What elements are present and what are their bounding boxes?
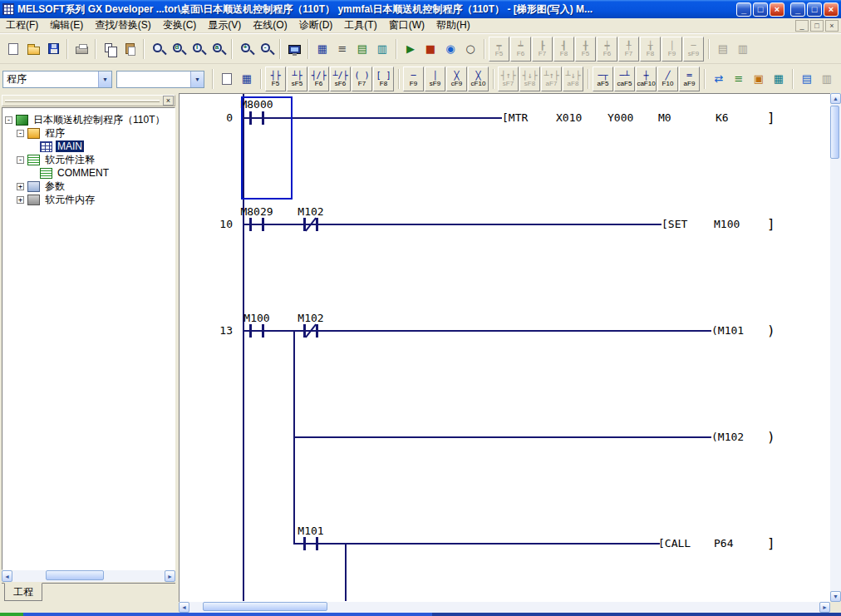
find-replace-button[interactable] <box>208 38 228 60</box>
maximize-button[interactable]: □ <box>807 2 822 17</box>
menu-diagnostics[interactable]: 诊断(D) <box>293 17 339 33</box>
scroll-up-icon[interactable]: ▲ <box>830 93 841 104</box>
menu-find-replace[interactable]: 查找/替换(S) <box>89 17 156 33</box>
find-device-button[interactable] <box>168 38 188 60</box>
close-button[interactable]: × <box>824 2 839 17</box>
tree-horizontal-scrollbar[interactable]: ◄ ► <box>2 570 175 582</box>
device-test-button[interactable]: ▣ <box>749 68 769 90</box>
device-use-list-button[interactable]: ≡ <box>729 68 749 90</box>
child-restore-button[interactable]: □ <box>753 2 768 17</box>
coil-button[interactable]: ( )F7 <box>352 67 372 91</box>
expand-icon[interactable]: + <box>17 196 24 204</box>
scroll-down-icon[interactable]: ▼ <box>830 591 841 602</box>
op-result-invert-button[interactable]: ┼caF10 <box>636 67 657 91</box>
monitor-start-button[interactable]: ▶ <box>401 38 420 60</box>
scroll-left-icon[interactable]: ◄ <box>179 602 189 613</box>
program-mode-combo[interactable]: 程序 ▼ <box>2 71 112 88</box>
closed-contact-button[interactable]: ┤/├F6 <box>308 67 329 91</box>
free-line-button[interactable]: ╱F10 <box>657 67 678 91</box>
menu-edit[interactable]: 编辑(E) <box>44 17 89 33</box>
scroll-track[interactable] <box>830 104 841 591</box>
scroll-track[interactable] <box>189 602 819 613</box>
panel-close-button[interactable]: × <box>163 96 174 106</box>
vertical-line-button[interactable]: │sF9 <box>425 67 445 91</box>
ladder-display-button[interactable]: ▦ <box>312 38 332 60</box>
trace-button[interactable]: ▦ <box>769 68 789 90</box>
cross-reference-button[interactable]: ⇄ <box>709 68 729 90</box>
open-branch-button[interactable]: ┴├sF5 <box>287 67 307 91</box>
horizontal-line-button[interactable]: ─F9 <box>403 67 424 91</box>
new-project-button[interactable] <box>3 38 23 60</box>
display-screen-button[interactable] <box>284 38 304 60</box>
instruction-list-button[interactable]: ≡ <box>332 38 352 60</box>
ladder-editor[interactable]: 0 M8000 [MTR X010 Y000 M0 K6 ] 10 M8029 … <box>179 93 830 602</box>
paste-button[interactable] <box>120 38 140 60</box>
save-project-button[interactable] <box>43 38 63 60</box>
menu-convert[interactable]: 变换(C) <box>157 17 203 33</box>
delete-line-button[interactable]: ═aF9 <box>679 67 700 91</box>
comment-button[interactable]: ▤ <box>797 68 817 90</box>
collapse-icon[interactable]: - <box>5 116 12 124</box>
scroll-left-icon[interactable]: ◄ <box>2 570 12 582</box>
tree-item-device-comment[interactable]: - 软元件注释 <box>2 153 175 166</box>
mdi-close-button[interactable]: × <box>825 20 839 32</box>
menu-project[interactable]: 工程(F) <box>0 17 44 33</box>
find-button[interactable] <box>148 38 168 60</box>
op-result-fall-button[interactable]: ─┴caF5 <box>614 67 635 91</box>
tree-item-program[interactable]: - 程序 <box>2 126 175 140</box>
mdi-minimize-button[interactable]: _ <box>795 20 809 32</box>
tree-item-project-root[interactable]: - 日本顺送机控制程序（110T） <box>2 113 175 126</box>
tree-item-device-memory[interactable]: + 软元件内存 <box>2 193 175 206</box>
device-combo[interactable]: ▼ <box>116 71 204 88</box>
delete-hline-button[interactable]: ╳cF9 <box>446 67 467 91</box>
open-project-button[interactable] <box>23 38 43 60</box>
child-close-button[interactable]: × <box>770 2 784 17</box>
scroll-thumb[interactable] <box>830 106 839 159</box>
child-minimize-button[interactable]: _ <box>736 2 751 17</box>
print-button[interactable] <box>71 38 91 60</box>
tree-item-comment[interactable]: COMMENT <box>2 166 175 180</box>
scroll-right-icon[interactable]: ► <box>819 602 830 613</box>
ladder-edit-button[interactable]: ▦ <box>237 68 257 90</box>
project-tree[interactable]: - 日本顺送机控制程序（110T） - 程序 MAIN - 软元件注释 COMM… <box>2 107 175 570</box>
menu-view[interactable]: 显示(V) <box>202 17 247 33</box>
device-comment-button[interactable] <box>217 68 237 90</box>
project-tab[interactable]: 工程 <box>4 583 42 601</box>
ladder-vertical-scrollbar[interactable]: ▲ ▼ <box>830 93 841 602</box>
mdi-restore-button[interactable]: □ <box>810 20 824 32</box>
scroll-thumb[interactable] <box>203 602 327 611</box>
write-mode-button[interactable]: ○ <box>460 38 480 60</box>
closed-branch-button[interactable]: ┴/├sF6 <box>330 67 351 91</box>
expand-icon[interactable]: + <box>17 183 24 190</box>
collapse-icon[interactable]: - <box>17 156 24 164</box>
tree-item-parameter[interactable]: + 参数 <box>2 180 175 193</box>
monitor-stop-button[interactable]: ■ <box>420 38 440 60</box>
menu-online[interactable]: 在线(O) <box>247 17 293 33</box>
zoom-in-button[interactable] <box>236 38 256 60</box>
find-instruction-button[interactable] <box>188 38 208 60</box>
scroll-thumb[interactable] <box>46 570 104 580</box>
project-panel-header[interactable]: × <box>2 95 175 106</box>
menu-help[interactable]: 帮助(H) <box>430 17 476 33</box>
zoom-out-button[interactable] <box>256 38 276 60</box>
menu-window[interactable]: 窗口(W) <box>383 17 430 33</box>
combo-arrow-icon[interactable]: ▼ <box>98 71 111 87</box>
minimize-button[interactable]: _ <box>790 2 805 17</box>
ladder-cursor[interactable] <box>241 96 293 200</box>
scroll-right-icon[interactable]: ► <box>165 570 175 582</box>
ladder-horizontal-scrollbar[interactable]: ◄ ► <box>179 602 830 613</box>
copy-button[interactable] <box>100 38 120 60</box>
comment-display-button[interactable]: ▤ <box>352 38 372 60</box>
dock-grip[interactable] <box>5 100 160 102</box>
menu-tools[interactable]: 工具(T) <box>338 17 382 33</box>
combo-arrow-icon[interactable]: ▼ <box>190 71 204 87</box>
op-result-rise-button[interactable]: ─┬aF5 <box>593 67 613 91</box>
read-mode-button[interactable]: ◉ <box>440 38 460 60</box>
statement-display-button[interactable]: ▥ <box>372 38 392 60</box>
delete-vline-button[interactable]: ╳cF10 <box>468 67 489 91</box>
tree-item-main[interactable]: MAIN <box>2 140 175 153</box>
open-contact-button[interactable]: ┤├F5 <box>265 67 286 91</box>
instruction-button[interactable]: [ ]F8 <box>373 67 394 91</box>
collapse-icon[interactable]: - <box>17 130 24 137</box>
scroll-track[interactable] <box>12 570 165 582</box>
